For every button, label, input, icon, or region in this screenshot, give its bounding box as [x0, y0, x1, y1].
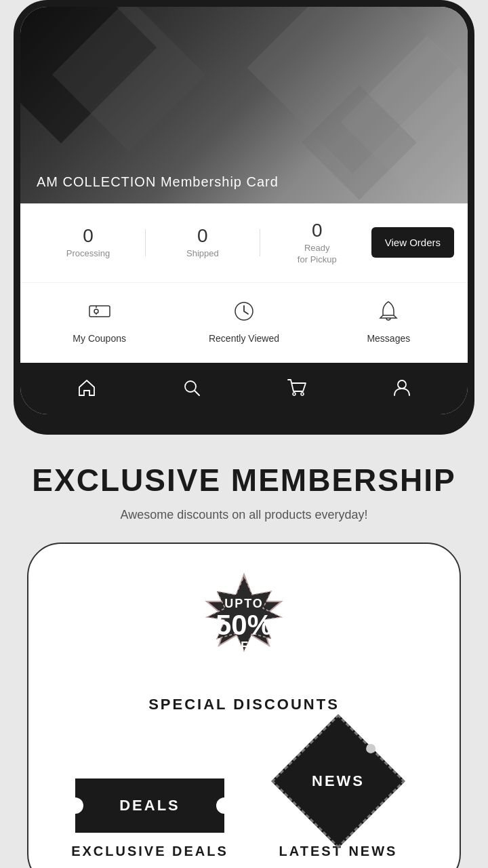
news-diamond: NEWS [271, 714, 405, 848]
pickup-label: Readyfor Pickup [263, 243, 371, 266]
news-label: NEWS [312, 772, 365, 790]
coupon-svg [87, 299, 112, 323]
shipped-count: 0 [148, 225, 257, 247]
bottom-items: DEALS EXCLUSIVE DEALS NEWS LATEST NEWS [49, 734, 439, 859]
deals-label: DEALS [119, 797, 180, 814]
nav-profile[interactable] [378, 375, 426, 401]
recently-viewed-label: Recently Viewed [209, 333, 279, 344]
badge-off: OFF [216, 639, 272, 654]
nav-cart[interactable] [273, 375, 321, 401]
quick-actions-section: My Coupons Recently Viewed [20, 282, 468, 363]
search-nav-icon [182, 378, 202, 398]
membership-card-title: AM COLLECTION Membership Card [37, 174, 279, 190]
clock-svg [232, 299, 256, 323]
svg-point-6 [398, 380, 406, 389]
shipped-label: Shipped [148, 248, 257, 260]
coupon-icon [85, 296, 115, 326]
svg-point-5 [301, 393, 304, 395]
stats-group: 0 Processing 0 Shipped 0 Readyfor Pickup [34, 220, 371, 266]
bottom-nav [20, 363, 468, 414]
discount-card: UPTO 50% OFF SPECIAL DISCOUNTS DEALS EXC… [27, 542, 461, 868]
badge-percent: 50% [216, 611, 272, 639]
deals-wrapper: DEALS [75, 778, 224, 833]
processing-count: 0 [34, 225, 142, 247]
messages-label: Messages [367, 333, 410, 344]
nav-home[interactable] [63, 375, 110, 401]
news-item[interactable]: NEWS LATEST NEWS [244, 734, 432, 859]
bell-svg [376, 299, 401, 323]
stat-divider-2 [260, 229, 260, 256]
clock-icon [229, 296, 259, 326]
badge-container: UPTO 50% OFF [49, 571, 439, 679]
exclusive-deals-label: EXCLUSIVE DEALS [71, 844, 228, 859]
stat-pickup: 0 Readyfor Pickup [263, 220, 371, 266]
processing-label: Processing [34, 248, 142, 260]
exclusive-subtitle: Awesome discounts on all products everyd… [20, 508, 468, 522]
bell-icon [373, 296, 403, 326]
deals-ticket: DEALS [75, 778, 224, 833]
badge-text: UPTO 50% OFF [216, 597, 272, 654]
svg-point-1 [94, 309, 98, 313]
news-diamond-wrapper: NEWS [291, 734, 386, 829]
discount-badge: UPTO 50% OFF [190, 571, 298, 679]
stat-shipped: 0 Shipped [148, 225, 257, 260]
exclusive-title: EXCLUSIVE MEMBERSHIP [20, 462, 468, 498]
stat-divider-1 [145, 229, 146, 256]
special-discounts-label: SPECIAL DISCOUNTS [49, 696, 439, 713]
pickup-count: 0 [263, 220, 371, 241]
cart-nav-icon [287, 378, 307, 398]
stat-processing: 0 Processing [34, 225, 142, 260]
home-nav-icon [77, 378, 97, 398]
order-stats-section: 0 Processing 0 Shipped 0 Readyfor Pickup… [20, 203, 468, 282]
svg-point-4 [293, 393, 296, 395]
membership-card: AM COLLECTION Membership Card [20, 7, 468, 203]
phone-shell: AM COLLECTION Membership Card 0 Processi… [14, 0, 474, 435]
deals-item[interactable]: DEALS EXCLUSIVE DEALS [56, 778, 244, 859]
phone-screen: AM COLLECTION Membership Card 0 Processi… [20, 7, 468, 414]
exclusive-section: EXCLUSIVE MEMBERSHIP Awesome discounts o… [0, 435, 488, 868]
action-recently-viewed[interactable]: Recently Viewed [171, 296, 316, 344]
profile-nav-icon [392, 378, 412, 398]
my-coupons-label: My Coupons [73, 333, 126, 344]
action-messages[interactable]: Messages [317, 296, 461, 344]
svg-rect-0 [89, 306, 110, 317]
nav-search[interactable] [168, 375, 216, 401]
action-my-coupons[interactable]: My Coupons [27, 296, 171, 344]
view-orders-button[interactable]: View Orders [371, 227, 454, 258]
